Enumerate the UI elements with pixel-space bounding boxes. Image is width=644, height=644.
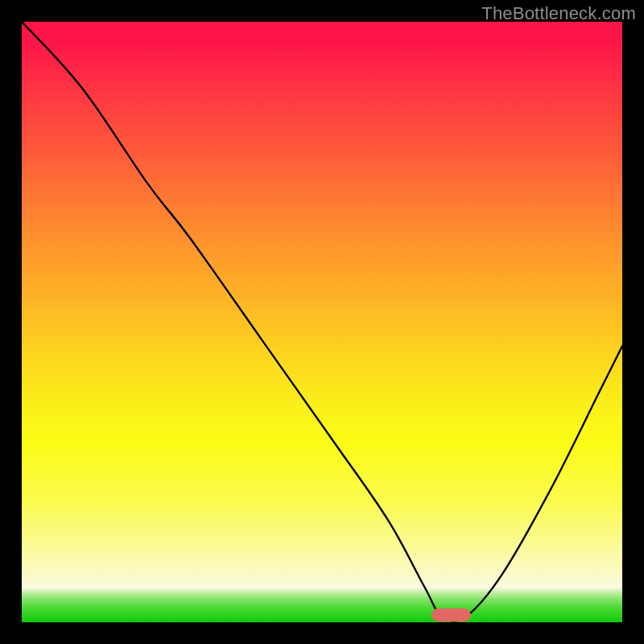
bottleneck-curve	[22, 22, 622, 621]
optimal-region-marker	[431, 609, 470, 621]
chart-frame: TheBottleneck.com	[0, 0, 644, 644]
watermark-text: TheBottleneck.com	[481, 3, 636, 24]
plot-area	[22, 22, 622, 622]
curve-layer	[22, 22, 622, 622]
